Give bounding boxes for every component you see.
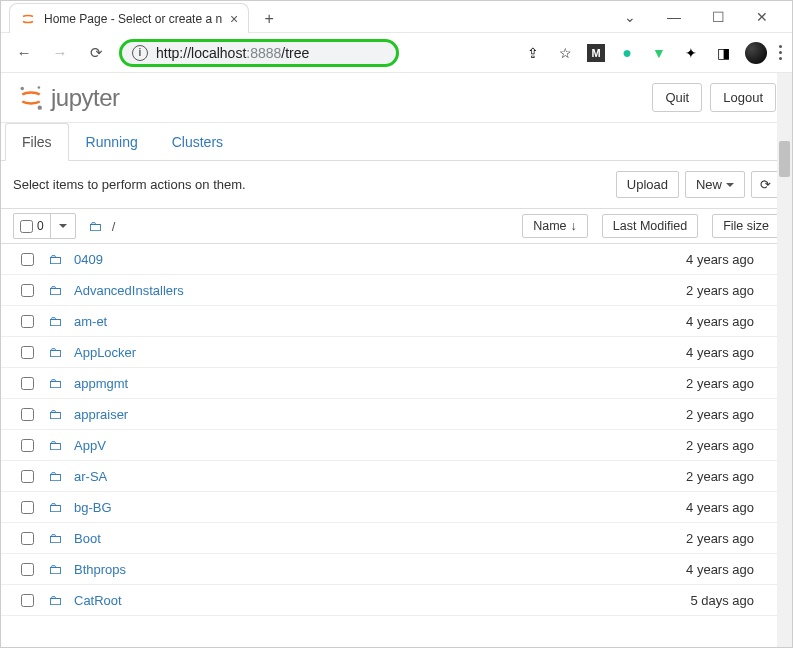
tab-clusters[interactable]: Clusters — [155, 123, 240, 161]
close-window-icon[interactable]: ✕ — [740, 3, 784, 31]
refresh-button[interactable]: ⟳ — [751, 171, 780, 198]
file-row: 🗀AppV2 years ago — [1, 430, 792, 461]
file-name-link[interactable]: ar-SA — [74, 469, 650, 484]
folder-icon: 🗀 — [48, 251, 64, 267]
file-row: 🗀ar-SA2 years ago — [1, 461, 792, 492]
file-name-link[interactable]: AppLocker — [74, 345, 650, 360]
jupyter-wordmark: jupyter — [51, 84, 120, 112]
forward-button[interactable]: → — [47, 40, 73, 66]
jupyter-logo[interactable]: jupyter — [17, 84, 120, 112]
minimize-icon[interactable]: — — [652, 3, 696, 31]
selected-count: 0 — [37, 219, 44, 233]
folder-icon[interactable]: 🗀 — [88, 218, 102, 234]
new-tab-button[interactable]: + — [255, 5, 283, 33]
file-modified: 4 years ago — [660, 314, 780, 329]
star-icon[interactable]: ☆ — [555, 43, 575, 63]
window-dropdown-icon[interactable]: ⌄ — [608, 3, 652, 31]
row-checkbox[interactable] — [21, 408, 34, 421]
profile-avatar[interactable] — [745, 42, 767, 64]
folder-icon: 🗀 — [48, 437, 64, 453]
file-name-link[interactable]: Boot — [74, 531, 650, 546]
browser-toolbar: ← → ⟳ i http://localhost:8888/tree ⇪ ☆ M… — [1, 33, 792, 73]
folder-icon: 🗀 — [48, 499, 64, 515]
file-modified: 2 years ago — [660, 407, 780, 422]
folder-icon: 🗀 — [48, 344, 64, 360]
jupyter-orbit-icon — [17, 84, 45, 112]
header-buttons: Quit Logout — [652, 83, 776, 112]
browser-tab-strip: Home Page - Select or create a n × + — [9, 1, 283, 33]
logout-button[interactable]: Logout — [710, 83, 776, 112]
row-checkbox[interactable] — [21, 532, 34, 545]
file-name-link[interactable]: CatRoot — [74, 593, 650, 608]
file-row: 🗀AppLocker4 years ago — [1, 337, 792, 368]
browser-tab[interactable]: Home Page - Select or create a n × — [9, 3, 249, 33]
folder-icon: 🗀 — [48, 406, 64, 422]
menu-icon[interactable] — [779, 45, 782, 60]
file-modified: 4 years ago — [660, 345, 780, 360]
select-all-checkbox[interactable] — [20, 220, 33, 233]
page-scrollbar[interactable] — [777, 73, 792, 647]
extension-grammarly-icon[interactable]: ● — [617, 43, 637, 63]
row-checkbox[interactable] — [21, 563, 34, 576]
file-modified: 2 years ago — [660, 531, 780, 546]
file-row: 🗀am-et4 years ago — [1, 306, 792, 337]
row-checkbox[interactable] — [21, 284, 34, 297]
file-row: 🗀04094 years ago — [1, 244, 792, 275]
file-name-link[interactable]: AdvancedInstallers — [74, 283, 650, 298]
scrollbar-thumb[interactable] — [779, 141, 790, 177]
file-name-link[interactable]: Bthprops — [74, 562, 650, 577]
jupyter-tabs: Files Running Clusters — [1, 123, 792, 161]
tab-files[interactable]: Files — [5, 123, 69, 161]
svg-point-2 — [38, 86, 41, 89]
upload-button[interactable]: Upload — [616, 171, 679, 198]
row-checkbox[interactable] — [21, 253, 34, 266]
row-checkbox[interactable] — [21, 377, 34, 390]
info-icon[interactable]: i — [132, 45, 148, 61]
file-name-link[interactable]: AppV — [74, 438, 650, 453]
file-name-link[interactable]: appraiser — [74, 407, 650, 422]
file-row: 🗀AdvancedInstallers2 years ago — [1, 275, 792, 306]
address-bar[interactable]: i http://localhost:8888/tree — [119, 39, 399, 67]
maximize-icon[interactable]: ☐ — [696, 3, 740, 31]
jupyter-favicon — [20, 11, 36, 27]
file-modified: 4 years ago — [660, 252, 780, 267]
selection-hint: Select items to perform actions on them. — [13, 177, 246, 192]
sidepanel-icon[interactable]: ◨ — [713, 43, 733, 63]
extensions-puzzle-icon[interactable]: ✦ — [681, 43, 701, 63]
file-name-link[interactable]: appmgmt — [74, 376, 650, 391]
row-checkbox[interactable] — [21, 470, 34, 483]
row-checkbox[interactable] — [21, 439, 34, 452]
row-checkbox[interactable] — [21, 346, 34, 359]
file-modified: 2 years ago — [660, 469, 780, 484]
file-row: 🗀CatRoot5 days ago — [1, 585, 792, 616]
svg-point-0 — [21, 86, 25, 90]
breadcrumb-root[interactable]: / — [112, 219, 116, 234]
file-name-link[interactable]: am-et — [74, 314, 650, 329]
sort-name-button[interactable]: Name ↓ — [522, 214, 588, 238]
file-row: 🗀appraiser2 years ago — [1, 399, 792, 430]
chevron-down-icon — [59, 224, 67, 228]
back-button[interactable]: ← — [11, 40, 37, 66]
new-button[interactable]: New — [685, 171, 745, 198]
share-icon[interactable]: ⇪ — [523, 43, 543, 63]
close-icon[interactable]: × — [230, 11, 238, 27]
file-modified: 2 years ago — [660, 438, 780, 453]
extension-m-icon[interactable]: M — [587, 44, 605, 62]
quit-button[interactable]: Quit — [652, 83, 702, 112]
toolbar-right: ⇪ ☆ M ● ▼ ✦ ◨ — [523, 42, 782, 64]
sort-modified-button[interactable]: Last Modified — [602, 214, 698, 238]
tab-running[interactable]: Running — [69, 123, 155, 161]
select-menu-button[interactable] — [51, 214, 75, 238]
select-all-group: 0 — [13, 213, 76, 239]
reload-button[interactable]: ⟳ — [83, 40, 109, 66]
row-checkbox[interactable] — [21, 501, 34, 514]
browser-tab-title: Home Page - Select or create a n — [44, 12, 222, 26]
extension-shield-icon[interactable]: ▼ — [649, 43, 669, 63]
sort-size-button[interactable]: File size — [712, 214, 780, 238]
file-row: 🗀Boot2 years ago — [1, 523, 792, 554]
row-checkbox[interactable] — [21, 315, 34, 328]
folder-icon: 🗀 — [48, 592, 64, 608]
file-name-link[interactable]: 0409 — [74, 252, 650, 267]
file-name-link[interactable]: bg-BG — [74, 500, 650, 515]
row-checkbox[interactable] — [21, 594, 34, 607]
